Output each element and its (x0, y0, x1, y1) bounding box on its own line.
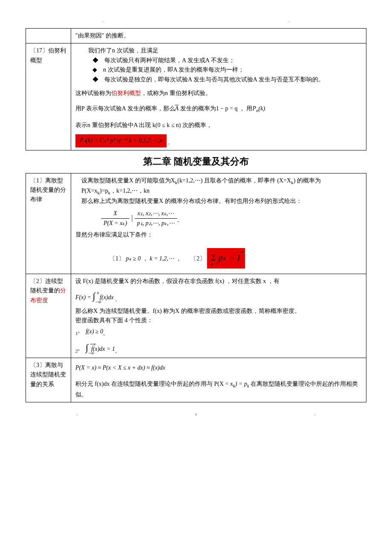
chapter-title: 第二章 随机变量及其分布 (26, 154, 366, 169)
table-row: 〔2〕连续型随机变量的分布密度 设 F(x) 是随机变量X 的分布函数，假设存在… (26, 274, 366, 358)
text-line: 表示n 重伯努利试验中A 出现 k(0 ≤ k ≤ n) 次的概率， (75, 121, 362, 130)
table-row: 〔17〕伯努利概型 我们作了n 次试验，且满足 每次试验只有两种可能结果，A 发… (26, 43, 366, 150)
a-bar: A (175, 105, 179, 112)
row-label (26, 29, 71, 43)
table-1: "由果朔因" 的推断。 〔17〕伯努利概型 我们作了n 次试验，且满足 每次试验… (26, 28, 366, 150)
text-line: 显然分布律应满足以下条件： (75, 230, 362, 240)
text-line: 那么称上式为离散型随机变量X 的概率分布或分布律。有时也用分布列的形式给出： (75, 197, 362, 206)
red-term: 伯努利概型 (111, 90, 141, 96)
distribution-table: X P(X = xₖ) | x₁, x₂,⋯, xₖ,⋯ p₁, p₂,⋯, p… (101, 209, 362, 228)
formula: P(X = x) ≈ P(x < X ≤ x + dx) ≈ f(x)dx (75, 363, 362, 373)
row-label: 〔2〕连续型随机变量的分布密度 (26, 274, 71, 358)
formula-highlight: Pₙ(k) = Cₙᵏ pᵏ qⁿ⁻ᵏ k = 0,1,2,⋯,n， (75, 134, 362, 147)
formula: F(x) = ∫x−∞ f(x)dx， (75, 289, 362, 304)
bullet-item: 每次试验是独立的，即每次试验A 发生与否与其他次试验A 发生与否是互不影响的。 (92, 75, 362, 84)
row-content: 我们作了n 次试验，且满足 每次试验只有两种可能结果，A 发生或A 不发生； n… (71, 43, 366, 150)
page-header-dots: . . (26, 17, 366, 24)
text-line: 密度函数具有下面 4 个性质： (75, 316, 362, 325)
row-content: 设离散型随机变量X 的可能取值为Xk(k=1,2,⋯) 且取各个值的概率，即事件… (71, 173, 366, 274)
row-content: "由果朔因" 的推断。 (71, 29, 366, 43)
row-content: P(X = x) ≈ P(x < X ≤ x + dx) ≈ f(x)dx 积分… (71, 358, 366, 402)
table-row: "由果朔因" 的推断。 (26, 29, 366, 43)
text-line: 这种试验称为伯努利概型，或称为n 重伯努利试验。 (75, 89, 362, 98)
text-line: 积分元 f(x)dx 在连续型随机变量理论中所起的作用与 P(X = xk) =… (75, 379, 362, 399)
property-1: 1° f(x) ≥ 0。 (75, 327, 362, 337)
row-label: 〔17〕伯努利概型 (26, 43, 71, 150)
sum-highlight: ∞ Σ pₖ = 1 k=1 (207, 248, 245, 269)
text-line: 设 F(x) 是随机变量X 的分布函数，假设存在非负函数 f(x) ，对任意实数… (75, 277, 362, 286)
row-label: 〔1〕离散型随机变量的分布律 (26, 173, 71, 274)
bullet-item: 每次试验只有两种可能结果，A 发生或A 不发生； (92, 56, 362, 65)
table-2: 〔1〕离散型随机变量的分布律 设离散型随机变量X 的可能取值为Xk(k=1,2,… (26, 173, 366, 402)
text-line: 用P 表示每次试验A 发生的概率，那么A 发生的概率为1 − p = q ， 用… (75, 104, 362, 114)
property-2: 2° ∫+∞−∞ f(x)dx = 1。 (75, 340, 362, 355)
text-line: 我们作了n 次试验，且满足 (88, 46, 362, 55)
conditions: 〔1〕 pₖ ≥ 0 ， k = 1,2,⋯ ， 〔2〕 ∞ Σ pₖ = 1 … (110, 248, 362, 269)
bullet-item: n 次试验是重复进展的，即A 发生的概率每次均一样； (92, 65, 362, 75)
row-label: 〔3〕离散与连续型随机变量的关系 (26, 358, 71, 402)
text-line: 那么称X 为连续型随机变量。f(x) 称为X 的概率密度函数或密度函数，简称概率… (75, 306, 362, 316)
page-footer: . v . (26, 411, 366, 418)
text-line: 设离散型随机变量X 的可能取值为Xk(k=1,2,⋯) 且取各个值的概率，即事件… (75, 176, 362, 186)
text-line: P(X=xk)=pk，k=1,2,⋯，kn (75, 186, 362, 197)
table-row: 〔3〕离散与连续型随机变量的关系 P(X = x) ≈ P(x < X ≤ x … (26, 358, 366, 402)
row-content: 设 F(x) 是随机变量X 的分布函数，假设存在非负函数 f(x) ，对任意实数… (71, 274, 366, 358)
table-row: 〔1〕离散型随机变量的分布律 设离散型随机变量X 的可能取值为Xk(k=1,2,… (26, 173, 366, 274)
